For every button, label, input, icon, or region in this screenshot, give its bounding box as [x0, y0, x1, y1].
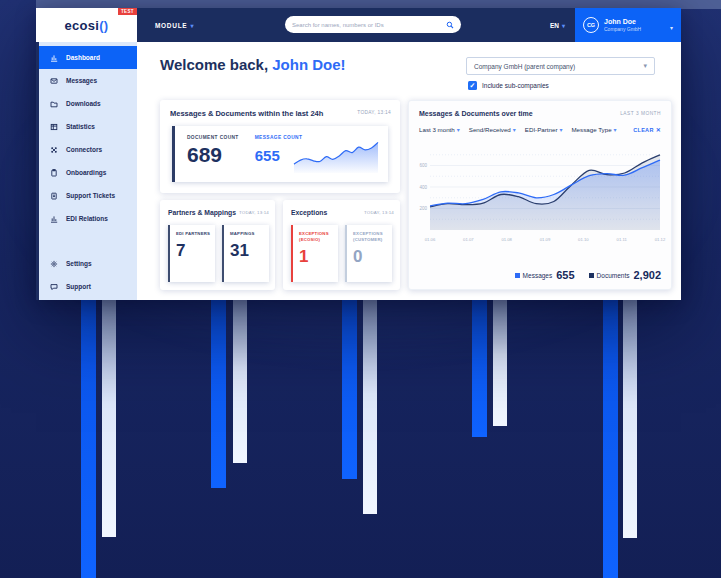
chevron-down-icon	[457, 126, 460, 133]
svg-text:01.07: 01.07	[463, 237, 474, 242]
decorative-bar	[102, 296, 116, 537]
card-exceptions: Exceptions TODAY, 13:14 EXCEPTIONS (ECOS…	[283, 200, 400, 290]
legend-documents: Documents 2,902	[589, 269, 661, 281]
card-timestamp: TODAY, 13:14	[239, 210, 269, 215]
chevron-down-icon	[614, 126, 617, 133]
filter-edi-partner[interactable]: EDI-Partner	[525, 126, 563, 133]
speech-bubble-icon	[50, 283, 58, 291]
sidebar-item-statistics[interactable]: Statistics	[39, 115, 137, 138]
sidebar-item-onboardings[interactable]: Onboardings	[39, 161, 137, 184]
filter-message-type[interactable]: Message Type	[571, 126, 616, 133]
chart-filters: Last 3 month Send/Received EDI-Partner M…	[419, 126, 661, 133]
decorative-bar	[211, 296, 226, 488]
chevron-down-icon	[513, 126, 516, 133]
user-menu[interactable]: CG John Doe Company GmbH	[575, 8, 681, 42]
mappings-stat: MAPPINGS 31	[222, 225, 269, 282]
language-selector[interactable]: EN	[550, 22, 565, 29]
company-select[interactable]: Company GmbH (parent company)	[466, 57, 655, 75]
svg-text:01.06: 01.06	[425, 237, 436, 242]
chevron-down-icon	[643, 62, 647, 70]
table-icon	[50, 123, 58, 131]
sparkline-chart	[292, 133, 380, 173]
card-messages-over-time: Messages & Documents over time LAST 3 MO…	[408, 100, 672, 290]
card-last-24h: Messages & Documents within the last 24h…	[160, 100, 400, 193]
app-header: ecosi() TEST MODULE EN	[36, 8, 681, 42]
sidebar-item-support[interactable]: Support	[39, 275, 137, 298]
include-subcompanies-checkbox[interactable]	[468, 81, 477, 90]
svg-text:400: 400	[419, 185, 427, 190]
card-title: Partners & Mappings	[168, 209, 236, 216]
line-chart: 20040060001.0601.0701.0801.0901.1001.110…	[414, 140, 666, 256]
user-company: Company GmbH	[604, 26, 641, 33]
sidebar-item-dashboard[interactable]: Dashboard	[39, 46, 137, 69]
document-count-stat: DOCUMENT COUNT 689	[187, 135, 239, 174]
decorative-bar	[363, 296, 377, 514]
legend-messages: Messages 655	[515, 269, 575, 281]
decorative-bar	[342, 296, 357, 479]
envelope-icon	[50, 77, 58, 85]
svg-text:01.08: 01.08	[501, 237, 512, 242]
document-count-value: 689	[187, 143, 239, 166]
clear-filters-button[interactable]: CLEAR	[633, 126, 661, 133]
sidebar: Dashboard Messages Downloads Statistics …	[36, 42, 137, 300]
user-name: John Doe	[604, 17, 641, 26]
decorative-bar	[623, 296, 637, 538]
ticket-icon	[50, 192, 58, 200]
search-icon[interactable]	[446, 21, 454, 29]
legend-swatch	[589, 273, 594, 278]
svg-text:01.12: 01.12	[655, 237, 666, 242]
top-nav: MODULE EN CG John Doe	[137, 8, 681, 42]
gear-icon	[50, 260, 58, 268]
chevron-down-icon	[562, 22, 565, 29]
sidebar-item-edi-relations[interactable]: EDI Relations	[39, 207, 137, 230]
decorative-bar	[233, 296, 247, 463]
svg-text:01.11: 01.11	[617, 237, 628, 242]
svg-text:01.09: 01.09	[540, 237, 551, 242]
include-subcompanies-row: Include sub-companies	[468, 81, 549, 90]
counts-panel: DOCUMENT COUNT 689 MESSAGE COUNT 655	[172, 126, 388, 182]
card-timestamp: TODAY, 13:14	[364, 210, 394, 215]
svg-text:01.10: 01.10	[578, 237, 589, 242]
chevron-down-icon	[670, 16, 673, 34]
logo[interactable]: ecosi() TEST	[36, 8, 137, 42]
decorative-bar	[81, 296, 96, 578]
svg-text:200: 200	[419, 206, 427, 211]
sidebar-item-connectors[interactable]: Connectors	[39, 138, 137, 161]
page-title: Welcome back, John Doe!	[160, 56, 346, 73]
chevron-down-icon	[190, 22, 194, 29]
sidebar-item-support-tickets[interactable]: Support Tickets	[39, 184, 137, 207]
decorative-bar	[472, 296, 487, 437]
sidebar-item-messages[interactable]: Messages	[39, 69, 137, 92]
avatar: CG	[583, 17, 599, 33]
card-timestamp: TODAY, 13:14	[357, 110, 391, 115]
edi-partners-stat: EDI PARTNERS 7	[168, 225, 215, 282]
exceptions-customer-stat: EXCEPTIONS (CUSTOMER) 0	[345, 225, 392, 282]
search-input[interactable]	[292, 22, 446, 28]
chart-icon	[50, 215, 58, 223]
include-subcompanies-label: Include sub-companies	[482, 82, 549, 89]
test-badge: TEST	[118, 8, 137, 15]
clipboard-icon	[50, 169, 58, 177]
legend-swatch	[515, 273, 520, 278]
range-label: LAST 3 MONTH	[620, 111, 661, 116]
card-title: Messages & Documents over time	[419, 110, 533, 117]
chevron-down-icon	[559, 126, 562, 133]
sidebar-item-downloads[interactable]: Downloads	[39, 92, 137, 115]
close-icon	[656, 126, 661, 133]
search-bar	[285, 16, 461, 33]
dashboard-content: Welcome back, John Doe! Company GmbH (pa…	[137, 42, 681, 300]
app-window: ecosi() TEST MODULE EN	[36, 8, 681, 300]
filter-timerange[interactable]: Last 3 month	[419, 126, 460, 133]
card-partners-mappings: Partners & Mappings TODAY, 13:14 EDI PAR…	[160, 200, 275, 290]
sidebar-item-settings[interactable]: Settings	[39, 252, 137, 275]
dashboard-icon	[50, 54, 58, 62]
connectors-icon	[50, 146, 58, 154]
filter-send-received[interactable]: Send/Received	[469, 126, 516, 133]
decorative-bar	[493, 296, 507, 426]
exceptions-ecosio-stat: EXCEPTIONS (ECOSIO) 1	[291, 225, 338, 282]
logo-text: ecosi()	[64, 18, 108, 33]
chart-legend: Messages 655 Documents 2,902	[515, 269, 661, 281]
decorative-bar	[603, 296, 618, 578]
svg-text:600: 600	[419, 163, 427, 168]
module-menu[interactable]: MODULE	[155, 22, 194, 29]
